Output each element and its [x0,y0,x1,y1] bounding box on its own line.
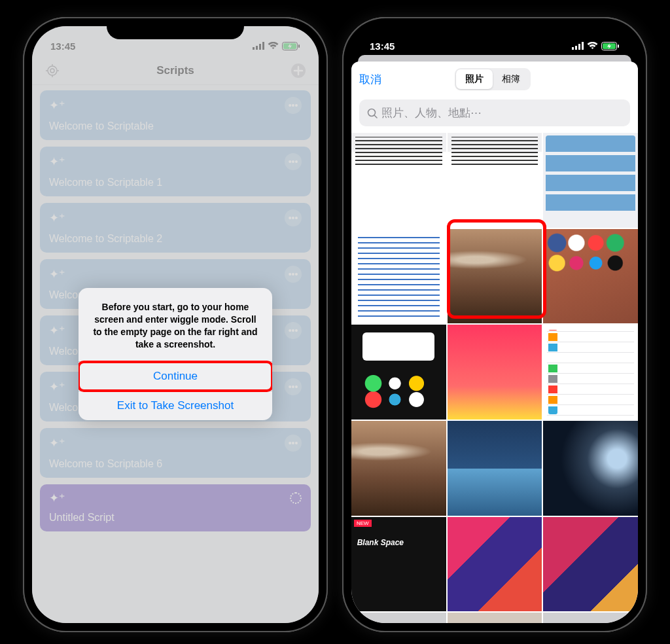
photo-thumbnail[interactable] [543,229,638,324]
svg-rect-6 [298,45,300,48]
photo-thumbnail[interactable] [351,517,446,612]
status-indicators [572,42,620,50]
phone-frame-left: 13:45 Scripts [24,18,326,631]
cellular-icon [253,42,264,50]
script-item-running[interactable]: ✦⁺ Untitled Script [40,484,311,531]
more-icon[interactable]: ••• [285,209,302,226]
notch [426,18,563,39]
alert-message: Before you start, go to your home screen… [79,288,272,361]
more-icon[interactable]: ••• [285,322,302,339]
svg-rect-15 [575,46,577,50]
script-name: Welcome to Scriptable 2 [49,233,302,245]
svg-point-7 [48,66,57,75]
search-icon [367,108,378,118]
status-indicators [253,42,300,50]
screen-right: 13:45 取消 照片 相簿 [351,26,638,623]
battery-charging-icon [601,42,620,50]
more-icon[interactable]: ••• [285,266,302,283]
settings-gear-icon[interactable] [43,61,62,80]
svg-line-22 [374,115,377,118]
battery-charging-icon [282,42,300,50]
photo-thumbnail[interactable] [543,133,638,228]
exit-label: Exit to Take Screenshot [117,399,234,412]
photo-thumbnail[interactable] [543,613,638,623]
alert-dialog: Before you start, go to your home screen… [79,288,272,420]
svg-rect-2 [259,44,261,50]
photo-thumbnail[interactable] [448,325,542,420]
photo-thumbnail[interactable] [351,613,446,623]
search-input[interactable]: 照片、人物、地點⋯ [359,99,630,126]
script-name: Welcome to Scriptable 1 [49,177,302,188]
phone-frame-right: 13:45 取消 照片 相簿 [344,18,646,631]
picker-segmented-control[interactable]: 照片 相簿 [455,68,531,90]
tab-photos[interactable]: 照片 [456,69,493,89]
search-placeholder: 照片、人物、地點⋯ [381,105,482,120]
wand-icon: ✦⁺ [49,380,65,394]
notch [107,18,244,39]
wand-icon: ✦⁺ [49,323,65,338]
nav-header: Scripts [32,56,319,85]
wifi-icon [587,42,598,50]
picker-nav: 取消 照片 相簿 [351,62,638,94]
script-name: Welcome to Scriptable 6 [49,458,302,470]
wand-icon: ✦⁺ [49,98,65,113]
svg-rect-17 [582,42,584,50]
cancel-button[interactable]: 取消 [359,72,381,87]
script-name: Welcome to Scriptable [49,120,302,132]
photo-grid[interactable] [351,133,638,623]
svg-rect-16 [578,44,580,50]
script-item[interactable]: ✦⁺••• Welcome to Scriptable 6 [40,428,311,478]
more-icon[interactable]: ••• [285,153,302,170]
continue-button[interactable]: Continue [79,361,272,391]
photo-picker-sheet: 取消 照片 相簿 照片、人物、地點⋯ [351,62,638,623]
add-button[interactable] [289,61,308,80]
photo-thumbnail[interactable] [448,613,542,623]
svg-rect-0 [253,47,255,50]
status-time: 13:45 [50,41,75,52]
continue-label: Continue [153,370,198,383]
svg-rect-3 [262,42,264,50]
script-item[interactable]: ✦⁺••• Welcome to Scriptable [40,90,311,140]
wand-icon: ✦⁺ [49,211,65,225]
wand-icon: ✦⁺ [49,491,65,505]
photo-thumbnail[interactable] [351,325,446,420]
wand-icon: ✦⁺ [49,154,65,169]
photo-thumbnail[interactable] [543,325,638,420]
exit-screenshot-button[interactable]: Exit to Take Screenshot [79,391,272,420]
svg-rect-1 [256,46,258,50]
photo-thumbnail[interactable] [448,133,542,228]
more-icon[interactable]: ••• [285,97,302,114]
photo-thumbnail[interactable] [448,517,542,612]
photo-thumbnail[interactable] [351,421,446,516]
tab-albums[interactable]: 相簿 [493,69,529,89]
svg-rect-20 [618,45,619,48]
photo-thumbnail-highlighted[interactable] [448,229,542,324]
screen-left: 13:45 Scripts [32,26,319,623]
nav-title: Scripts [156,64,194,77]
script-item[interactable]: ✦⁺••• Welcome to Scriptable 2 [40,203,311,253]
script-name: Untitled Script [49,512,302,524]
wand-icon: ✦⁺ [49,267,65,281]
wand-icon: ✦⁺ [49,436,65,450]
cellular-icon [572,42,584,50]
wifi-icon [268,42,279,50]
spinner-icon [290,492,302,504]
status-time: 13:45 [370,41,395,52]
photo-thumbnail[interactable] [351,133,446,228]
script-item[interactable]: ✦⁺••• Welcome to Scriptable 1 [40,147,311,196]
svg-point-8 [50,69,54,73]
more-icon[interactable]: ••• [285,435,302,452]
photo-thumbnail[interactable] [448,421,542,516]
more-icon[interactable]: ••• [285,378,302,395]
photo-thumbnail[interactable] [351,229,446,324]
svg-rect-14 [572,47,574,50]
photo-thumbnail[interactable] [543,517,638,612]
photo-thumbnail[interactable] [543,421,638,516]
